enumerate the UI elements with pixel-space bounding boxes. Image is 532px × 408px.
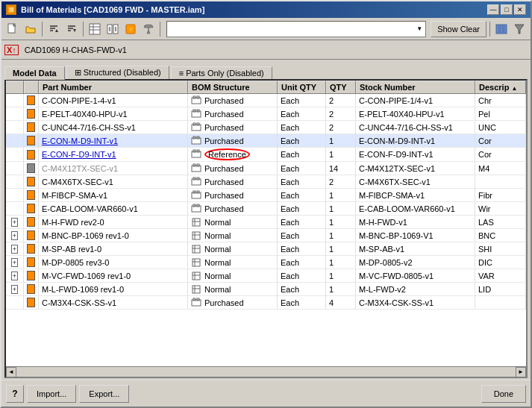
table-row[interactable]: E-CON-M-D9-INT-v1PurchasedEach1E-CON-M-D… <box>6 134 526 148</box>
new-button[interactable] <box>4 21 21 37</box>
scroll-track[interactable] <box>16 367 516 377</box>
table-row[interactable]: +M-VC-FWD-1069 rev1-0NormalEach1M-VC-FWD… <box>6 269 526 283</box>
table-row[interactable]: E-PELT-40X40-HPU-v1PurchasedEach2E-PELT-… <box>6 107 526 121</box>
table-btn[interactable] <box>87 21 103 37</box>
svg-rect-54 <box>193 219 200 226</box>
svg-marker-26 <box>515 25 524 34</box>
export-button[interactable]: Export... <box>79 385 129 403</box>
table-body[interactable]: C-CON-PIPE-1-4-v1PurchasedEach2C-CON-PIP… <box>6 94 526 366</box>
table-row[interactable]: C-M4X6TX-SEC-v1PurchasedEach2C-M4X6TX-SE… <box>6 175 526 189</box>
done-button[interactable]: Done <box>481 385 526 403</box>
tab-parts-only[interactable]: ≡ Parts Only (Disabled) <box>171 66 272 79</box>
svg-rect-25 <box>504 25 507 34</box>
svg-text:↑: ↑ <box>129 26 132 33</box>
row-descrip: LID <box>475 283 526 295</box>
row-part-number: M-SP-AB rev1-0 <box>39 242 188 255</box>
svg-rect-24 <box>500 25 503 34</box>
table-row[interactable]: M-FIBCP-SMA-v1PurchasedEach1M-FIBCP-SMA-… <box>6 189 526 202</box>
row-descrip: UNC <box>475 121 526 134</box>
row-icon-cell <box>24 296 39 309</box>
row-qty: 1 <box>326 283 356 295</box>
row-part-number: E-CON-F-D9-INT-v1 <box>39 148 188 161</box>
col-bom-structure[interactable]: BOM Structure <box>188 81 278 93</box>
tab-structured[interactable]: ⊞ Structured (Disabled) <box>66 66 169 79</box>
table-row[interactable]: C-M3X4-CSK-SS-v1PurchasedEach4C-M3X4-CSK… <box>6 296 526 310</box>
row-unit-qty: Each <box>278 242 326 255</box>
scroll-left-button[interactable]: ◄ <box>6 367 16 377</box>
row-icon-cell <box>24 175 39 188</box>
row-expand-cell <box>6 162 24 175</box>
row-expand-cell[interactable]: + <box>6 229 24 242</box>
open-button[interactable] <box>22 21 39 37</box>
settings-button[interactable] <box>104 21 121 37</box>
row-part-number: E-PELT-40X40-HPU-v1 <box>39 107 188 120</box>
filter2-button[interactable] <box>511 21 528 37</box>
row-stock-number: C-M4X12TX-SEC-v1 <box>356 162 475 175</box>
import-button[interactable]: Import... <box>27 385 76 403</box>
columns-button[interactable] <box>493 21 510 37</box>
table-row[interactable]: +M-L-FWD-1069 rev1-0NormalEach1M-L-FWD-v… <box>6 283 526 296</box>
svg-rect-66 <box>193 272 200 280</box>
table-row[interactable]: C-CON-PIPE-1-4-v1PurchasedEach2C-CON-PIP… <box>6 94 526 107</box>
row-expand-cell[interactable]: + <box>6 242 24 255</box>
row-unit-qty: Each <box>278 107 326 120</box>
show-clear-button[interactable]: Show Clear <box>431 21 486 37</box>
col-descrip[interactable]: Descrip ▲ <box>475 81 526 93</box>
tools-button[interactable] <box>140 21 157 37</box>
table-row[interactable]: +M-H-FWD rev2-0NormalEach1M-H-FWD-v1LAS <box>6 216 526 229</box>
col-part-number[interactable]: Part Number <box>39 81 188 93</box>
row-bom-structure: Normal <box>188 256 278 269</box>
row-part-number: M-VC-FWD-1069 rev1-0 <box>39 269 188 282</box>
row-stock-number: E-CON-F-D9-INT-v1 <box>356 148 475 161</box>
toolbar-sep3 <box>160 22 160 37</box>
row-icon-cell <box>24 148 39 161</box>
row-unit-qty: Each <box>278 175 326 188</box>
row-qty: 1 <box>326 269 356 282</box>
scroll-right-button[interactable]: ► <box>516 367 526 377</box>
filter-dropdown[interactable]: ▼ <box>166 21 426 37</box>
table-row[interactable]: E-CAB-LOOM-VAR660-v1PurchasedEach1E-CAB-… <box>6 202 526 216</box>
table-row[interactable]: C-UNC44-7/16-CH-SS-v1PurchasedEach2C-UNC… <box>6 121 526 134</box>
row-descrip: M4 <box>475 162 526 175</box>
row-bom-structure: Purchased <box>188 296 278 309</box>
sort-up-button[interactable] <box>46 21 62 37</box>
row-expand-cell[interactable]: + <box>6 256 24 269</box>
row-qty: 2 <box>326 175 356 188</box>
bottom-left-buttons: ? Import... Export... <box>6 385 129 403</box>
sort-down-button[interactable] <box>63 21 80 37</box>
row-icon-cell <box>24 256 39 269</box>
row-expand-cell[interactable]: + <box>6 269 24 282</box>
col-unit-qty[interactable]: Unit QTY <box>278 81 326 93</box>
title-bar-left: Bill of Materials [CAD1069 FWD - MASTER.… <box>6 4 204 15</box>
row-stock-number: C-M4X6TX-SEC-v1 <box>356 175 475 188</box>
table-row[interactable]: +M-BNC-BP-1069 rev1-0NormalEach1M-BNC-BP… <box>6 229 526 242</box>
row-qty: 1 <box>326 216 356 228</box>
row-icon-cell <box>24 162 39 175</box>
table-row[interactable]: +M-SP-AB rev1-0NormalEach1M-SP-AB-v1SHI <box>6 242 526 256</box>
col-qty[interactable]: QTY <box>326 81 356 93</box>
row-expand-cell <box>6 121 24 134</box>
table-row[interactable]: E-CON-F-D9-INT-v1ReferenceEach1E-CON-F-D… <box>6 148 526 162</box>
minimize-button[interactable]: — <box>487 4 499 15</box>
horizontal-scrollbar[interactable]: ◄ ► <box>6 366 526 377</box>
row-part-number: C-CON-PIPE-1-4-v1 <box>39 94 188 107</box>
row-bom-structure: Purchased <box>188 202 278 215</box>
tab-model-data[interactable]: Model Data <box>4 66 65 80</box>
toolbar-sep1 <box>42 22 43 37</box>
toolbar-row2: X↑ CAD1069 H-CHAS-FWD-v1 <box>1 40 531 60</box>
row-part-number: M-H-FWD rev2-0 <box>39 216 188 228</box>
row-part-number: C-UNC44-7/16-CH-SS-v1 <box>39 121 188 134</box>
svg-rect-13 <box>90 24 100 34</box>
row-expand-cell[interactable]: + <box>6 216 24 228</box>
row-expand-cell[interactable]: + <box>6 283 24 295</box>
table-row[interactable]: C-M4X12TX-SEC-v1PurchasedEach14C-M4X12TX… <box>6 162 526 175</box>
export-toolbar-button[interactable]: ↑ <box>122 21 139 37</box>
table-row[interactable]: +M-DP-0805 rev3-0NormalEach1M-DP-0805-v2… <box>6 256 526 269</box>
close-button[interactable]: ✕ <box>514 4 526 15</box>
row-expand-cell <box>6 202 24 215</box>
help-button[interactable]: ? <box>6 385 24 403</box>
col-stock-number[interactable]: Stock Number <box>356 81 475 93</box>
dropdown-value <box>170 25 416 33</box>
row-icon-cell <box>24 242 39 255</box>
maximize-button[interactable]: □ <box>501 4 513 15</box>
